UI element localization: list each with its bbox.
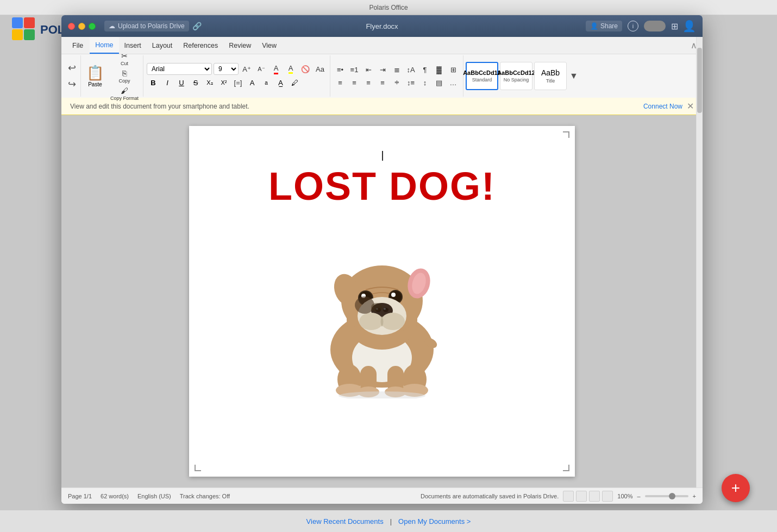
bold-button[interactable]: B bbox=[147, 76, 160, 89]
track-changes[interactable]: Track changes: Off bbox=[180, 493, 230, 499]
font-shrink-button[interactable]: A⁻ bbox=[255, 63, 268, 75]
minimize-button[interactable] bbox=[78, 23, 85, 30]
underline-button[interactable]: U bbox=[175, 76, 188, 89]
para-spacing-button[interactable]: ↕ bbox=[418, 77, 431, 88]
copy-format-button[interactable]: 🖌 Copy Format bbox=[108, 85, 141, 102]
multilevel-list-button[interactable]: ≣ bbox=[390, 64, 403, 75]
style-no-spacing-label: No Spacing bbox=[504, 77, 529, 83]
zoom-slider[interactable] bbox=[645, 495, 688, 497]
maximize-button[interactable] bbox=[89, 23, 96, 30]
font-grow-button[interactable]: A⁺ bbox=[240, 63, 253, 75]
paragraph-mark-button[interactable]: ¶ bbox=[418, 64, 431, 75]
decrease-indent-button[interactable]: ⇤ bbox=[362, 64, 375, 75]
column-break-button[interactable]: ▤ bbox=[433, 77, 446, 88]
fab-button[interactable]: + bbox=[722, 474, 750, 502]
multiwindow-icon[interactable]: ⊞ bbox=[671, 21, 678, 31]
more-para-button[interactable]: … bbox=[447, 77, 460, 88]
close-button[interactable] bbox=[68, 23, 75, 30]
borders-button[interactable]: ⊞ bbox=[447, 64, 460, 75]
doc-content: LOST DOG! bbox=[216, 148, 548, 404]
tab-references[interactable]: References bbox=[178, 37, 223, 54]
document-title: LOST DOG! bbox=[268, 164, 496, 208]
subscript-button[interactable]: X₂ bbox=[203, 76, 216, 89]
tab-file[interactable]: File bbox=[67, 37, 89, 54]
paste-button[interactable]: 📋 Paste bbox=[83, 56, 107, 96]
clear-format-button[interactable]: 🚫 bbox=[299, 63, 312, 75]
shading-button[interactable]: 🖊 bbox=[288, 76, 301, 89]
view-icon-3[interactable] bbox=[589, 491, 600, 502]
style-standard-preview: AaBbCcDd12 bbox=[463, 69, 501, 76]
zoom-out-button[interactable]: – bbox=[637, 493, 640, 499]
notification-text: View and edit this document from your sm… bbox=[70, 103, 249, 110]
copy-button[interactable]: ⎘ Copy bbox=[108, 68, 141, 85]
upload-to-drive-button[interactable]: ☁ Upload to Polaris Drive bbox=[104, 21, 189, 31]
connect-now-button[interactable]: Connect Now bbox=[643, 103, 682, 110]
more-styles-button[interactable]: ▼ bbox=[568, 70, 579, 82]
user-avatar-icon[interactable]: 👤 bbox=[682, 20, 696, 33]
ribbon-toolbar: ↩ ↪ 📋 Paste ✂ Cut ⎘ Copy 🖌 Copy Fo bbox=[61, 54, 703, 98]
bullet-list-button[interactable]: ≡• bbox=[334, 64, 347, 75]
insert-eq-button[interactable]: [=] bbox=[231, 77, 245, 88]
align-right-button[interactable]: ≡ bbox=[362, 77, 375, 88]
shading-button2[interactable]: ▓ bbox=[433, 64, 446, 75]
sort-button[interactable]: ↕A bbox=[404, 64, 417, 75]
text-color-button[interactable]: A bbox=[270, 63, 283, 75]
justify-button[interactable]: ≡ bbox=[376, 77, 389, 88]
style-standard[interactable]: AaBbCcDd12 Standard bbox=[466, 62, 498, 90]
view-icon-2[interactable] bbox=[576, 491, 587, 502]
share-button[interactable]: 👤 Share bbox=[586, 21, 622, 31]
superscript-button[interactable]: X² bbox=[217, 76, 230, 89]
cut-button[interactable]: ✂ Cut bbox=[108, 50, 141, 67]
ribbon-tabs: File Home Insert Layout References Revie… bbox=[61, 37, 703, 54]
bottom-bar: View Recent Documents | Open My Document… bbox=[0, 510, 777, 532]
notification-close-button[interactable]: ✕ bbox=[687, 101, 694, 111]
style-no-spacing-preview: AaBbCcDd12 bbox=[497, 69, 535, 76]
tab-review[interactable]: Review bbox=[223, 37, 256, 54]
scrollbar-thumb[interactable] bbox=[697, 48, 702, 113]
fab-icon: + bbox=[731, 479, 740, 497]
window-toggle[interactable] bbox=[644, 21, 666, 31]
tab-view[interactable]: View bbox=[256, 37, 282, 54]
scrollbar[interactable] bbox=[696, 37, 703, 487]
paragraph-group: ≡• ≡1 ⇤ ⇥ ≣ ↕A ¶ ▓ ⊞ ≡ ≡ ≡ ≡ ⫩ ↕≡ ↕ ▤ … bbox=[330, 55, 463, 97]
style-title[interactable]: AaBb Title bbox=[534, 62, 567, 90]
highlight-button[interactable]: A bbox=[284, 63, 297, 75]
paste-label: Paste bbox=[88, 81, 102, 87]
cut-icon: ✂ bbox=[121, 52, 128, 60]
redo-button[interactable]: ↪ bbox=[67, 77, 77, 91]
italic-button[interactable]: I bbox=[161, 76, 174, 89]
undo-button[interactable]: ↩ bbox=[67, 61, 77, 75]
font-size-select[interactable]: 9 bbox=[214, 63, 239, 75]
font-small-button[interactable]: a bbox=[260, 76, 273, 89]
view-icon-4[interactable] bbox=[602, 491, 613, 502]
undo-redo-group: ↩ ↪ bbox=[64, 55, 81, 97]
tab-layout[interactable]: Layout bbox=[147, 37, 178, 54]
font-case-button[interactable]: Aa bbox=[314, 63, 327, 75]
font-family-select[interactable]: Arial bbox=[147, 63, 212, 75]
document-area[interactable]: LOST DOG! bbox=[61, 115, 703, 487]
copy-format-label: Copy Format bbox=[110, 96, 139, 101]
open-my-docs-link[interactable]: Open My Documents > bbox=[398, 517, 471, 525]
strikethrough-button[interactable]: S bbox=[189, 76, 202, 89]
columns-button[interactable]: ⫩ bbox=[390, 77, 403, 88]
font-controls-row2: B I U S X₂ X² [=] A a A̲ 🖊 bbox=[147, 76, 327, 89]
align-center-button[interactable]: ≡ bbox=[348, 77, 361, 88]
increase-indent-button[interactable]: ⇥ bbox=[376, 64, 389, 75]
bulldog-svg bbox=[300, 225, 463, 398]
font-group: Arial 9 A⁺ A⁻ A A 🚫 Aa B I U bbox=[143, 55, 330, 97]
window-title-bar: ☁ Upload to Polaris Drive 🔗 Flyer.docx 👤… bbox=[61, 15, 703, 37]
view-icon-1[interactable] bbox=[563, 491, 574, 502]
info-button[interactable]: i bbox=[628, 21, 638, 31]
corner-mark-tr bbox=[563, 131, 569, 138]
style-no-spacing[interactable]: AaBbCcDd12 No Spacing bbox=[500, 62, 532, 90]
line-spacing-button[interactable]: ↕≡ bbox=[404, 77, 417, 88]
copy-icon: ⎘ bbox=[122, 69, 127, 78]
numbered-list-button[interactable]: ≡1 bbox=[348, 64, 361, 75]
svg-point-33 bbox=[381, 313, 405, 330]
align-left-button[interactable]: ≡ bbox=[334, 77, 347, 88]
zoom-in-button[interactable]: + bbox=[693, 493, 696, 499]
font-big-button[interactable]: A bbox=[246, 76, 259, 89]
view-recent-docs-link[interactable]: View Recent Documents bbox=[306, 517, 384, 525]
cut-copy-group: ✂ Cut ⎘ Copy 🖌 Copy Format bbox=[108, 56, 141, 96]
text-effect-button[interactable]: A̲ bbox=[274, 76, 287, 89]
